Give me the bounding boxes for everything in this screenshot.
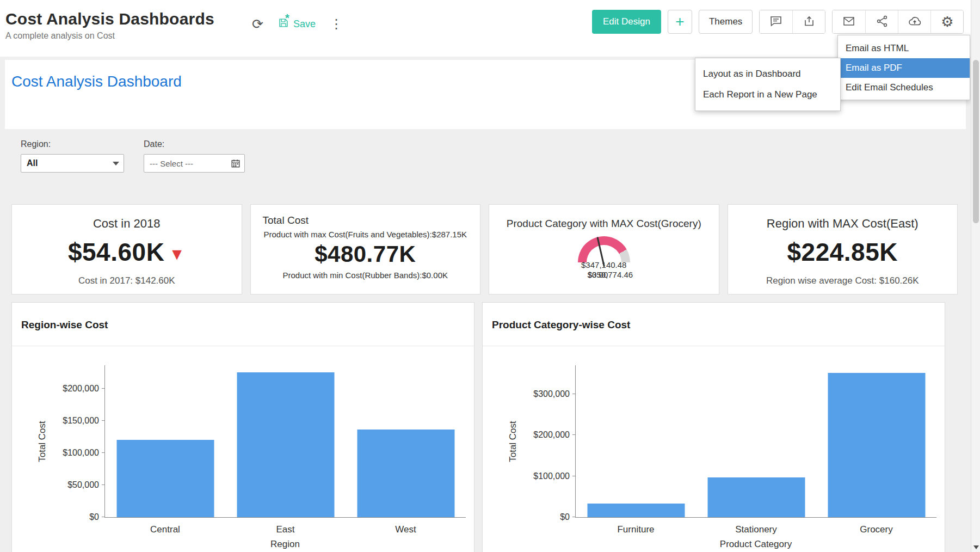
y-tick-mark: [102, 517, 105, 517]
y-tick-label: $0: [560, 512, 570, 522]
save-label: Save: [293, 19, 316, 30]
x-axis-title: Product Category: [575, 539, 936, 550]
x-tick-label: Stationery: [735, 524, 777, 535]
kpi-min-line: Product with min Cost(Rubber Bands):$0.0…: [251, 271, 480, 280]
chart-body: Total Cost $0$100,000$200,000$300,000Fur…: [483, 347, 945, 552]
kpi-card-max-region[interactable]: Region with MAX Cost(East) $224.85K Regi…: [728, 204, 958, 295]
email-icon: [842, 15, 855, 29]
publish-button[interactable]: [898, 10, 930, 33]
bar-furniture[interactable]: [587, 504, 685, 517]
comment-icon: [769, 15, 782, 29]
bar-stationery[interactable]: [707, 477, 805, 517]
date-input-value: --- Select ---: [144, 159, 227, 168]
y-axis-title: Total Cost: [37, 421, 48, 462]
trend-down-icon: ▼: [169, 245, 185, 263]
x-tick-label: Grocery: [860, 524, 892, 535]
save-button[interactable]: * Save: [278, 17, 316, 31]
bar-east[interactable]: [237, 372, 334, 517]
menu-item-layout-as-in-dashboard[interactable]: Layout as in Dashboard: [695, 64, 840, 84]
share-nodes-icon: [876, 15, 889, 29]
kpi-card-cost-2018[interactable]: Cost in 2018 $54.60K▼ Cost in 2017: $142…: [11, 204, 242, 295]
y-tick-label: $50,000: [67, 480, 99, 490]
cloud-upload-icon: [908, 14, 922, 30]
kpi-title: Total Cost: [263, 214, 480, 226]
more-options-icon[interactable]: ⋮: [330, 17, 343, 30]
settings-button[interactable]: ⚙: [930, 10, 963, 33]
region-filter-label: Region:: [21, 139, 124, 149]
bar-central[interactable]: [116, 440, 214, 517]
date-input[interactable]: --- Select ---: [144, 154, 245, 173]
y-tick-mark: [102, 388, 105, 389]
x-tick-label: Furniture: [617, 524, 654, 535]
date-filter-label: Date:: [144, 139, 245, 149]
menu-item-email-as-html[interactable]: Email as HTML: [838, 39, 970, 58]
gauge-arc: [578, 236, 630, 262]
title-block: Cost Analysis Dashboards A complete anal…: [5, 10, 214, 41]
y-tick-label: $200,000: [63, 384, 99, 394]
gauge-max-label: $350,774.46: [588, 270, 633, 279]
app-window: Cost Analysis Dashboards A complete anal…: [0, 0, 980, 552]
scrollbar-down-button[interactable]: [971, 542, 980, 552]
chart-title: Product Category-wise Cost: [483, 303, 945, 346]
toolbar-actions: Edit Design + Themes: [592, 10, 964, 34]
share-button[interactable]: [865, 10, 898, 33]
plot-area: $0$50,000$100,000$150,000$200,000Central…: [104, 365, 466, 518]
gauge-chart: [578, 236, 630, 262]
y-tick-mark: [102, 484, 105, 485]
kpi-card-total-cost[interactable]: Total Cost Product with max Cost(Fruits …: [250, 204, 481, 295]
gauge-minmax-labels: $0.00 $350,774.46: [489, 270, 719, 281]
export-button[interactable]: [792, 10, 825, 33]
comment-export-group: [759, 10, 825, 34]
filter-bar: Region: All Date: --- Select ---: [21, 139, 245, 173]
y-tick-mark: [572, 394, 576, 394]
region-select[interactable]: All: [21, 154, 124, 173]
y-tick-label: $300,000: [533, 389, 570, 399]
email-dropdown-menu: Email as HTML Email as PDF Edit Email Sc…: [837, 35, 970, 100]
add-button[interactable]: +: [668, 10, 692, 34]
y-tick-label: $100,000: [63, 448, 99, 458]
document-tools: ⟳ * Save ⋮: [252, 14, 343, 34]
plot-area: $0$100,000$200,000$300,000FurnitureStati…: [575, 365, 936, 518]
kpi-footer: Cost in 2017: $142.60K: [12, 275, 242, 286]
page-subtitle: A complete analysis on Cost: [5, 31, 214, 41]
themes-button[interactable]: Themes: [699, 10, 753, 34]
kpi-title: Product Category with MAX Cost(Grocery): [489, 218, 719, 230]
vertical-scrollbar[interactable]: [971, 0, 980, 552]
comments-button[interactable]: [760, 10, 792, 33]
y-tick-mark: [102, 420, 105, 421]
y-tick-label: $0: [89, 512, 99, 522]
email-button[interactable]: [833, 10, 865, 33]
y-tick-mark: [572, 434, 576, 435]
top-toolbar: Cost Analysis Dashboards A complete anal…: [0, 0, 971, 57]
kpi-card-max-category[interactable]: Product Category with MAX Cost(Grocery) …: [489, 204, 719, 295]
y-axis-title: Total Cost: [508, 421, 519, 462]
chart-region-wise-cost: Region-wise Cost Total Cost $0$50,000$10…: [11, 302, 474, 552]
kpi-max-line: Product with max Cost(Fruits and Vegetab…: [251, 230, 480, 239]
export-icon: [803, 15, 816, 29]
x-axis-title: Region: [104, 539, 466, 550]
kpi-card-row: Cost in 2018 $54.60K▼ Cost in 2017: $142…: [11, 204, 958, 295]
chart-product-category-wise-cost: Product Category-wise Cost Total Cost $0…: [482, 302, 945, 552]
edit-design-button[interactable]: Edit Design: [592, 10, 661, 34]
menu-item-email-as-pdf[interactable]: Email as PDF: [838, 58, 970, 78]
bar-grocery[interactable]: [828, 373, 925, 517]
gear-icon: ⚙: [941, 15, 953, 29]
unsaved-star-icon: *: [285, 12, 289, 24]
arrow-down-icon: [973, 545, 979, 549]
y-tick-label: $200,000: [533, 430, 570, 440]
chart-panel-row: Region-wise Cost Total Cost $0$50,000$10…: [11, 302, 945, 552]
region-filter: Region: All: [21, 139, 124, 173]
page-title: Cost Analysis Dashboards: [5, 10, 214, 28]
x-tick-label: West: [395, 524, 416, 535]
y-tick-label: $100,000: [533, 471, 570, 481]
chart-body: Total Cost $0$50,000$100,000$150,000$200…: [12, 347, 474, 552]
x-tick-label: Central: [150, 524, 180, 535]
layout-submenu: Layout as in Dashboard Each Report in a …: [695, 58, 841, 111]
menu-item-each-report-new-page[interactable]: Each Report in a New Page: [695, 84, 840, 105]
bar-west[interactable]: [357, 430, 454, 517]
chevron-down-icon: [108, 155, 124, 172]
refresh-icon[interactable]: ⟳: [252, 17, 263, 31]
menu-item-edit-email-schedules[interactable]: Edit Email Schedules: [838, 78, 970, 97]
scrollbar-thumb[interactable]: [973, 60, 979, 223]
calendar-icon[interactable]: [227, 158, 244, 168]
